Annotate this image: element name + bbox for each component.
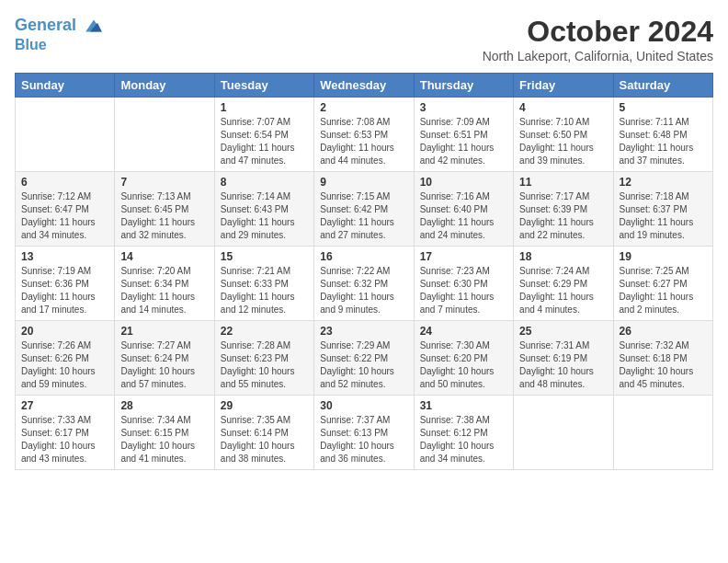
calendar-cell: 1Sunrise: 7:07 AM Sunset: 6:54 PM Daylig… [214, 98, 313, 172]
day-info: Sunrise: 7:15 AM Sunset: 6:42 PM Dayligh… [320, 190, 407, 242]
day-number: 14 [120, 250, 208, 263]
day-number: 25 [519, 325, 607, 338]
day-info: Sunrise: 7:27 AM Sunset: 6:24 PM Dayligh… [120, 339, 208, 391]
day-info: Sunrise: 7:30 AM Sunset: 6:20 PM Dayligh… [420, 339, 507, 391]
day-number: 17 [420, 250, 507, 263]
calendar-cell: 19Sunrise: 7:25 AM Sunset: 6:27 PM Dayli… [613, 247, 712, 321]
day-info: Sunrise: 7:35 AM Sunset: 6:14 PM Dayligh… [221, 414, 308, 465]
logo: General Blue [15, 15, 105, 53]
calendar-cell: 11Sunrise: 7:17 AM Sunset: 6:39 PM Dayli… [514, 172, 613, 247]
calendar-cell: 3Sunrise: 7:09 AM Sunset: 6:51 PM Daylig… [414, 98, 513, 172]
day-number: 9 [320, 176, 407, 189]
calendar: SundayMondayTuesdayWednesdayThursdayFrid… [15, 73, 713, 470]
calendar-cell: 14Sunrise: 7:20 AM Sunset: 6:34 PM Dayli… [115, 247, 214, 321]
calendar-cell: 5Sunrise: 7:11 AM Sunset: 6:48 PM Daylig… [613, 98, 712, 172]
day-info: Sunrise: 7:22 AM Sunset: 6:32 PM Dayligh… [320, 265, 407, 316]
day-info: Sunrise: 7:24 AM Sunset: 6:29 PM Dayligh… [519, 265, 607, 316]
day-number: 12 [620, 176, 707, 189]
calendar-week-row: 27Sunrise: 7:33 AM Sunset: 6:17 PM Dayli… [16, 396, 713, 470]
day-info: Sunrise: 7:28 AM Sunset: 6:23 PM Dayligh… [221, 339, 308, 391]
day-info: Sunrise: 7:32 AM Sunset: 6:18 PM Dayligh… [620, 339, 707, 391]
day-number: 31 [420, 399, 507, 412]
day-info: Sunrise: 7:16 AM Sunset: 6:40 PM Dayligh… [420, 190, 507, 242]
day-number: 11 [519, 176, 607, 189]
day-header-friday: Friday [514, 74, 613, 98]
day-info: Sunrise: 7:31 AM Sunset: 6:19 PM Dayligh… [519, 339, 607, 391]
day-info: Sunrise: 7:12 AM Sunset: 6:47 PM Dayligh… [21, 190, 108, 242]
day-header-wednesday: Wednesday [314, 74, 414, 98]
day-number: 8 [221, 176, 308, 189]
logo-blue: Blue [15, 37, 105, 53]
day-number: 3 [420, 101, 507, 114]
month-title: October 2024 [483, 15, 713, 49]
calendar-cell [115, 98, 214, 172]
day-number: 21 [120, 325, 208, 338]
day-number: 10 [420, 176, 507, 189]
day-header-sunday: Sunday [16, 74, 115, 98]
calendar-cell: 29Sunrise: 7:35 AM Sunset: 6:14 PM Dayli… [214, 396, 313, 470]
calendar-cell: 31Sunrise: 7:38 AM Sunset: 6:12 PM Dayli… [414, 396, 513, 470]
calendar-cell: 9Sunrise: 7:15 AM Sunset: 6:42 PM Daylig… [314, 172, 414, 247]
logo-text: General [15, 15, 105, 37]
day-number: 5 [620, 101, 707, 114]
day-info: Sunrise: 7:20 AM Sunset: 6:34 PM Dayligh… [120, 265, 208, 316]
day-info: Sunrise: 7:10 AM Sunset: 6:50 PM Dayligh… [519, 116, 607, 167]
day-number: 20 [21, 325, 108, 338]
day-number: 22 [221, 325, 308, 338]
calendar-cell: 21Sunrise: 7:27 AM Sunset: 6:24 PM Dayli… [115, 321, 214, 396]
day-number: 1 [221, 101, 308, 114]
day-header-saturday: Saturday [613, 74, 712, 98]
calendar-cell: 27Sunrise: 7:33 AM Sunset: 6:17 PM Dayli… [16, 396, 115, 470]
day-info: Sunrise: 7:11 AM Sunset: 6:48 PM Dayligh… [620, 116, 707, 167]
calendar-cell: 18Sunrise: 7:24 AM Sunset: 6:29 PM Dayli… [514, 247, 613, 321]
day-number: 26 [620, 325, 707, 338]
day-info: Sunrise: 7:38 AM Sunset: 6:12 PM Dayligh… [420, 414, 507, 465]
calendar-cell: 24Sunrise: 7:30 AM Sunset: 6:20 PM Dayli… [414, 321, 513, 396]
calendar-cell: 6Sunrise: 7:12 AM Sunset: 6:47 PM Daylig… [16, 172, 115, 247]
day-info: Sunrise: 7:26 AM Sunset: 6:26 PM Dayligh… [21, 339, 108, 391]
calendar-cell: 13Sunrise: 7:19 AM Sunset: 6:36 PM Dayli… [16, 247, 115, 321]
day-number: 30 [320, 399, 407, 412]
day-number: 24 [420, 325, 507, 338]
calendar-header-row: SundayMondayTuesdayWednesdayThursdayFrid… [16, 74, 713, 98]
calendar-cell [613, 396, 712, 470]
day-info: Sunrise: 7:17 AM Sunset: 6:39 PM Dayligh… [519, 190, 607, 242]
calendar-cell: 22Sunrise: 7:28 AM Sunset: 6:23 PM Dayli… [214, 321, 313, 396]
calendar-cell: 26Sunrise: 7:32 AM Sunset: 6:18 PM Dayli… [613, 321, 712, 396]
day-info: Sunrise: 7:29 AM Sunset: 6:22 PM Dayligh… [320, 339, 407, 391]
calendar-week-row: 13Sunrise: 7:19 AM Sunset: 6:36 PM Dayli… [16, 247, 713, 321]
day-info: Sunrise: 7:18 AM Sunset: 6:37 PM Dayligh… [620, 190, 707, 242]
day-info: Sunrise: 7:09 AM Sunset: 6:51 PM Dayligh… [420, 116, 507, 167]
day-info: Sunrise: 7:08 AM Sunset: 6:53 PM Dayligh… [320, 116, 407, 167]
calendar-cell: 4Sunrise: 7:10 AM Sunset: 6:50 PM Daylig… [514, 98, 613, 172]
calendar-week-row: 20Sunrise: 7:26 AM Sunset: 6:26 PM Dayli… [16, 321, 713, 396]
calendar-week-row: 6Sunrise: 7:12 AM Sunset: 6:47 PM Daylig… [16, 172, 713, 247]
day-info: Sunrise: 7:33 AM Sunset: 6:17 PM Dayligh… [21, 414, 108, 465]
day-number: 27 [21, 399, 108, 412]
day-number: 28 [120, 399, 208, 412]
calendar-cell: 10Sunrise: 7:16 AM Sunset: 6:40 PM Dayli… [414, 172, 513, 247]
location-title: North Lakeport, California, United State… [483, 49, 713, 63]
calendar-cell: 12Sunrise: 7:18 AM Sunset: 6:37 PM Dayli… [613, 172, 712, 247]
title-area: October 2024 North Lakeport, California,… [483, 15, 713, 63]
day-info: Sunrise: 7:34 AM Sunset: 6:15 PM Dayligh… [120, 414, 208, 465]
day-number: 16 [320, 250, 407, 263]
calendar-cell: 15Sunrise: 7:21 AM Sunset: 6:33 PM Dayli… [214, 247, 313, 321]
calendar-week-row: 1Sunrise: 7:07 AM Sunset: 6:54 PM Daylig… [16, 98, 713, 172]
day-info: Sunrise: 7:19 AM Sunset: 6:36 PM Dayligh… [21, 265, 108, 316]
day-header-monday: Monday [115, 74, 214, 98]
day-number: 2 [320, 101, 407, 114]
day-number: 18 [519, 250, 607, 263]
calendar-cell [514, 396, 613, 470]
day-number: 19 [620, 250, 707, 263]
calendar-cell: 7Sunrise: 7:13 AM Sunset: 6:45 PM Daylig… [115, 172, 214, 247]
day-number: 6 [21, 176, 108, 189]
day-number: 13 [21, 250, 108, 263]
calendar-cell: 20Sunrise: 7:26 AM Sunset: 6:26 PM Dayli… [16, 321, 115, 396]
day-info: Sunrise: 7:21 AM Sunset: 6:33 PM Dayligh… [221, 265, 308, 316]
day-number: 4 [519, 101, 607, 114]
day-info: Sunrise: 7:23 AM Sunset: 6:30 PM Dayligh… [420, 265, 507, 316]
day-header-tuesday: Tuesday [214, 74, 313, 98]
calendar-cell: 17Sunrise: 7:23 AM Sunset: 6:30 PM Dayli… [414, 247, 513, 321]
calendar-cell: 2Sunrise: 7:08 AM Sunset: 6:53 PM Daylig… [314, 98, 414, 172]
